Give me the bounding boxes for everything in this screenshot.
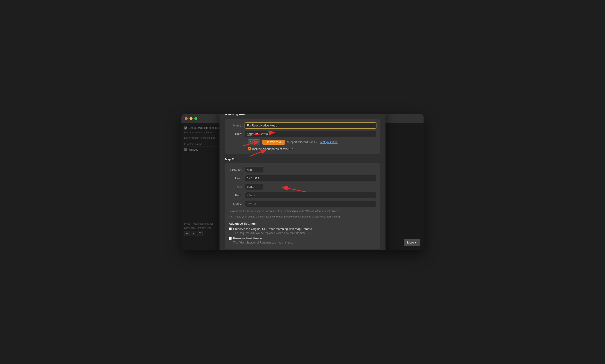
any-select[interactable]: ANY bbox=[248, 139, 260, 145]
preserve-original-label: Preserve the Original URL after matching… bbox=[233, 227, 312, 231]
app-window: Map Remote Enable Map Remote Too Map Req… bbox=[181, 114, 424, 250]
name-input[interactable] bbox=[245, 122, 376, 129]
preserve-host-checkbox[interactable] bbox=[229, 237, 232, 240]
wildcard-chevron-icon: ▾ bbox=[282, 141, 283, 143]
advanced-settings: Advanced Settings: Preserve the Original… bbox=[229, 222, 376, 244]
path-row: Path: bbox=[229, 192, 376, 198]
protocol-label: Protocol: bbox=[229, 168, 245, 171]
preserve-original-checkbox[interactable] bbox=[229, 227, 232, 230]
host-row: Host: bbox=[229, 175, 376, 181]
port-label: Port: bbox=[229, 185, 245, 188]
map-to-form: Protocol: Host: Port: bbox=[225, 163, 380, 249]
more-button[interactable]: More ▾ bbox=[404, 239, 420, 246]
support-text: Support wildcard * and ?. bbox=[287, 141, 318, 144]
test-rule-link[interactable]: Test your Rule bbox=[320, 141, 337, 144]
query-label: Query: bbox=[229, 202, 245, 206]
minimize-button[interactable] bbox=[189, 117, 192, 120]
matching-rule-title: Matching Rule bbox=[225, 114, 380, 116]
maximize-button[interactable] bbox=[194, 117, 197, 120]
close-button[interactable] bbox=[185, 117, 188, 120]
name-label: Name: bbox=[229, 124, 245, 127]
port-input[interactable] bbox=[245, 184, 263, 190]
include-subpaths-label: Include all subpaths of this URL bbox=[252, 147, 295, 151]
wildcard-label: Use Wildcard bbox=[264, 141, 281, 144]
rule-row: Rule: bbox=[229, 131, 376, 137]
hint-text-1: Leave textfields blank to keep it unchan… bbox=[229, 209, 376, 213]
preserve-original-row: Preserve the Original URL after matching… bbox=[229, 227, 376, 231]
include-subpaths-checkbox[interactable] bbox=[248, 147, 251, 150]
host-input[interactable] bbox=[245, 175, 376, 181]
modal-overlay: Matching Rule Name: Rule: bbox=[181, 123, 424, 250]
path-input[interactable] bbox=[245, 192, 376, 198]
map-to-section: Map To Protocol: Host: bbox=[225, 157, 380, 249]
preserve-host-row: Preserve Host Header bbox=[229, 237, 376, 240]
query-input[interactable] bbox=[245, 201, 376, 207]
traffic-lights bbox=[185, 117, 197, 120]
rule-label: Rule: bbox=[229, 132, 245, 136]
query-row: Query: bbox=[229, 201, 376, 207]
map-to-title: Map To bbox=[225, 157, 380, 161]
advanced-title: Advanced Settings: bbox=[229, 222, 376, 225]
name-row: Name: bbox=[229, 122, 376, 129]
include-subpaths-row: Include all subpaths of this URL bbox=[248, 147, 376, 151]
matching-rule-form: Name: Rule: ANY Use Wildcar bbox=[225, 119, 380, 154]
rule-input[interactable] bbox=[245, 131, 376, 137]
protocol-input[interactable] bbox=[245, 167, 263, 173]
preserve-host-desc: The `Host` header of Requests are not ch… bbox=[233, 241, 376, 244]
preserve-original-desc: The Request URL will be replaced with a … bbox=[233, 232, 376, 235]
protocol-row: Protocol: bbox=[229, 167, 376, 173]
host-label: Host: bbox=[229, 176, 245, 180]
modal-dialog: Matching Rule Name: Rule: bbox=[219, 114, 386, 250]
wildcard-button[interactable]: Use Wildcard ▾ bbox=[262, 140, 285, 145]
preserve-host-label: Preserve Host Header bbox=[233, 237, 263, 240]
hint-text-2: Hint: Paste your URL to the Host textfie… bbox=[229, 215, 376, 219]
wildcard-row: ANY Use Wildcard ▾ Support wildcard * an… bbox=[248, 139, 376, 145]
path-label: Path: bbox=[229, 194, 245, 197]
port-row: Port: bbox=[229, 184, 376, 190]
